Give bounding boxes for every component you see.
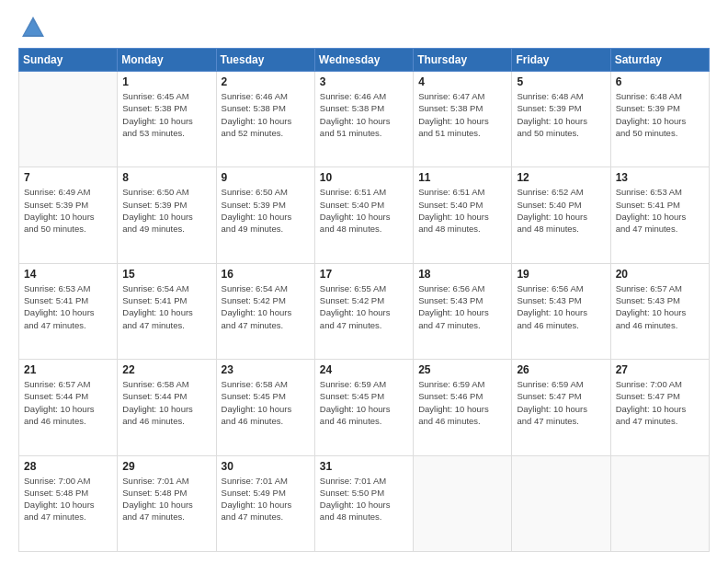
page: SundayMondayTuesdayWednesdayThursdayFrid… [0,0,728,563]
day-info: Sunrise: 7:01 AMSunset: 5:50 PMDaylight:… [320,475,408,523]
weekday-header-row: SundayMondayTuesdayWednesdayThursdayFrid… [19,49,710,72]
calendar-cell: 5Sunrise: 6:48 AMSunset: 5:39 PMDaylight… [512,72,610,167]
day-number: 17 [320,268,408,281]
day-number: 20 [616,268,704,281]
calendar-table: SundayMondayTuesdayWednesdayThursdayFrid… [18,48,710,552]
day-number: 16 [222,268,310,281]
day-number: 1 [122,75,210,88]
calendar-cell [414,455,512,551]
day-number: 7 [24,171,112,184]
calendar-cell: 16Sunrise: 6:54 AMSunset: 5:42 PMDayligh… [216,263,314,359]
day-info: Sunrise: 6:49 AMSunset: 5:39 PMDaylight:… [24,186,112,235]
weekday-header-wednesday: Wednesday [314,49,413,72]
calendar-cell: 7Sunrise: 6:49 AMSunset: 5:39 PMDaylight… [19,167,118,263]
calendar-cell: 21Sunrise: 6:57 AMSunset: 5:44 PMDayligh… [19,360,118,455]
day-number: 22 [122,363,210,376]
day-number: 25 [418,363,506,376]
day-number: 30 [222,460,310,473]
calendar-cell: 18Sunrise: 6:56 AMSunset: 5:43 PMDayligh… [414,263,512,359]
logo-icon [20,15,46,40]
calendar-cell: 9Sunrise: 6:50 AMSunset: 5:39 PMDaylight… [216,167,314,263]
day-info: Sunrise: 6:48 AMSunset: 5:39 PMDaylight:… [616,90,704,139]
day-number: 27 [616,363,704,376]
day-info: Sunrise: 6:46 AMSunset: 5:38 PMDaylight:… [222,90,310,139]
header [18,15,710,40]
calendar-cell [610,455,709,551]
calendar-week-1: 1Sunrise: 6:45 AMSunset: 5:38 PMDaylight… [19,72,710,167]
logo [18,15,46,40]
day-info: Sunrise: 6:50 AMSunset: 5:39 PMDaylight:… [222,186,310,235]
day-info: Sunrise: 6:55 AMSunset: 5:42 PMDaylight:… [320,282,408,331]
day-info: Sunrise: 6:59 AMSunset: 5:45 PMDaylight:… [320,378,408,427]
day-number: 26 [517,363,605,376]
day-number: 23 [222,363,310,376]
day-number: 8 [122,171,210,184]
calendar-cell: 29Sunrise: 7:01 AMSunset: 5:48 PMDayligh… [118,455,216,551]
day-number: 11 [418,171,506,184]
day-info: Sunrise: 6:48 AMSunset: 5:39 PMDaylight:… [517,90,605,139]
calendar-cell: 11Sunrise: 6:51 AMSunset: 5:40 PMDayligh… [414,167,512,263]
calendar-cell [19,72,118,167]
calendar-week-3: 14Sunrise: 6:53 AMSunset: 5:41 PMDayligh… [19,263,710,359]
day-info: Sunrise: 6:47 AMSunset: 5:38 PMDaylight:… [418,90,506,139]
calendar-cell: 4Sunrise: 6:47 AMSunset: 5:38 PMDaylight… [414,72,512,167]
calendar-cell: 6Sunrise: 6:48 AMSunset: 5:39 PMDaylight… [610,72,709,167]
weekday-header-thursday: Thursday [414,49,512,72]
day-number: 12 [517,171,605,184]
day-info: Sunrise: 6:50 AMSunset: 5:39 PMDaylight:… [122,186,210,235]
day-number: 6 [616,75,704,88]
weekday-header-friday: Friday [512,49,610,72]
calendar-cell: 28Sunrise: 7:00 AMSunset: 5:48 PMDayligh… [19,455,118,551]
calendar-week-2: 7Sunrise: 6:49 AMSunset: 5:39 PMDaylight… [19,167,710,263]
calendar-cell: 1Sunrise: 6:45 AMSunset: 5:38 PMDaylight… [118,72,216,167]
day-info: Sunrise: 6:51 AMSunset: 5:40 PMDaylight:… [320,186,408,235]
day-info: Sunrise: 6:56 AMSunset: 5:43 PMDaylight:… [517,282,605,331]
day-info: Sunrise: 6:57 AMSunset: 5:43 PMDaylight:… [616,282,704,331]
calendar-cell: 12Sunrise: 6:52 AMSunset: 5:40 PMDayligh… [512,167,610,263]
svg-marker-1 [24,20,42,35]
calendar-cell: 25Sunrise: 6:59 AMSunset: 5:46 PMDayligh… [414,360,512,455]
calendar-cell: 2Sunrise: 6:46 AMSunset: 5:38 PMDaylight… [216,72,314,167]
day-info: Sunrise: 7:01 AMSunset: 5:49 PMDaylight:… [222,475,310,523]
calendar-cell: 8Sunrise: 6:50 AMSunset: 5:39 PMDaylight… [118,167,216,263]
calendar-cell: 3Sunrise: 6:46 AMSunset: 5:38 PMDaylight… [314,72,413,167]
day-number: 14 [24,268,112,281]
day-number: 13 [616,171,704,184]
day-number: 18 [418,268,506,281]
day-number: 21 [24,363,112,376]
day-info: Sunrise: 6:58 AMSunset: 5:44 PMDaylight:… [122,378,210,427]
calendar-week-4: 21Sunrise: 6:57 AMSunset: 5:44 PMDayligh… [19,360,710,455]
day-number: 10 [320,171,408,184]
day-info: Sunrise: 7:00 AMSunset: 5:47 PMDaylight:… [616,378,704,427]
day-info: Sunrise: 6:56 AMSunset: 5:43 PMDaylight:… [418,282,506,331]
day-number: 29 [122,460,210,473]
day-number: 24 [320,363,408,376]
day-info: Sunrise: 6:54 AMSunset: 5:41 PMDaylight:… [122,282,210,331]
calendar-cell [512,455,610,551]
day-info: Sunrise: 6:53 AMSunset: 5:41 PMDaylight:… [616,186,704,235]
day-number: 5 [517,75,605,88]
calendar-cell: 20Sunrise: 6:57 AMSunset: 5:43 PMDayligh… [610,263,709,359]
day-number: 2 [222,75,310,88]
weekday-header-tuesday: Tuesday [216,49,314,72]
calendar-cell: 24Sunrise: 6:59 AMSunset: 5:45 PMDayligh… [314,360,413,455]
calendar-cell: 27Sunrise: 7:00 AMSunset: 5:47 PMDayligh… [610,360,709,455]
weekday-header-saturday: Saturday [610,49,709,72]
day-number: 19 [517,268,605,281]
day-info: Sunrise: 7:00 AMSunset: 5:48 PMDaylight:… [24,475,112,523]
day-info: Sunrise: 6:53 AMSunset: 5:41 PMDaylight:… [24,282,112,331]
calendar-cell: 19Sunrise: 6:56 AMSunset: 5:43 PMDayligh… [512,263,610,359]
calendar-cell: 14Sunrise: 6:53 AMSunset: 5:41 PMDayligh… [19,263,118,359]
day-number: 15 [122,268,210,281]
day-info: Sunrise: 6:45 AMSunset: 5:38 PMDaylight:… [122,90,210,139]
calendar-cell: 17Sunrise: 6:55 AMSunset: 5:42 PMDayligh… [314,263,413,359]
calendar-cell: 10Sunrise: 6:51 AMSunset: 5:40 PMDayligh… [314,167,413,263]
day-number: 3 [320,75,408,88]
day-number: 9 [222,171,310,184]
day-info: Sunrise: 6:58 AMSunset: 5:45 PMDaylight:… [222,378,310,427]
day-info: Sunrise: 6:54 AMSunset: 5:42 PMDaylight:… [222,282,310,331]
day-number: 28 [24,460,112,473]
day-number: 31 [320,460,408,473]
weekday-header-monday: Monday [118,49,216,72]
calendar-cell: 26Sunrise: 6:59 AMSunset: 5:47 PMDayligh… [512,360,610,455]
